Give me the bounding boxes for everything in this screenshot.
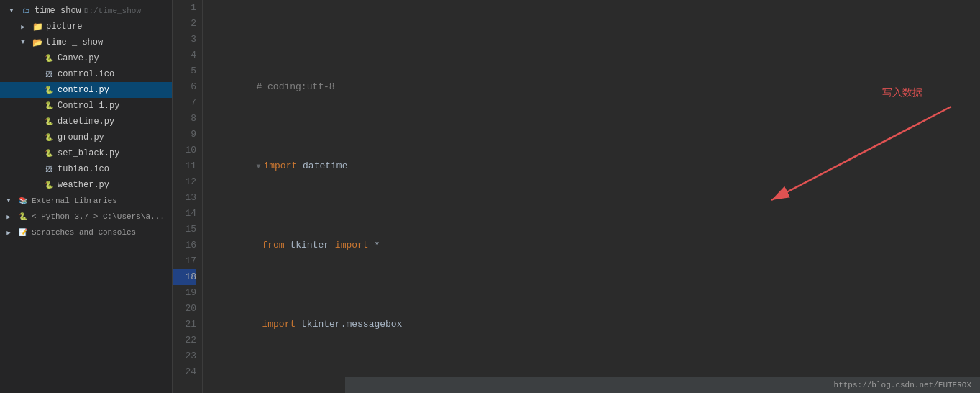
line1-comment: # coding:utf-8 [256,81,334,92]
control-py-icon: 🐍 [43,84,55,96]
code-area[interactable]: 1 2 3 4 5 6 7 8 9 10 11 12 13 14 15 16 1… [173,0,980,393]
code-line-1: # coding:utf-8 [211,63,980,79]
set-black-label: set_black.py [58,148,119,158]
sidebar: 🗂 time_show D:/time_show 📁 picture 📂 tim… [0,0,173,393]
control1-py-icon: 🐍 [43,100,55,112]
code-line-4: import tkinter.messagebox [211,301,980,317]
python37-label: < Python 3.7 > C:\Users\a... [32,212,165,221]
sidebar-item-time-show[interactable]: 📂 time _ show [0,35,172,50]
root-path: D:/time_show [84,6,141,15]
sidebar-root[interactable]: 🗂 time_show D:/time_show [0,3,172,19]
line-numbers: 1 2 3 4 5 6 7 8 9 10 11 12 13 14 15 16 1… [173,0,203,393]
spacer9 [29,179,40,191]
set-black-py-icon: 🐍 [43,148,55,159]
line2-kw: import [263,161,297,171]
canve-py-icon: 🐍 [43,53,55,64]
fold-icon-2: ▼ [256,163,260,171]
sidebar-item-control-ico[interactable]: 🖼 control.ico [0,66,172,82]
picture-folder-icon: 📁 [32,21,43,32]
spacer2 [29,68,40,80]
code-line-3: from tkinter import * [211,222,980,238]
tubiao-ico-icon: 🖼 [43,163,55,175]
root-arrow-icon [6,5,17,17]
sidebar-item-datetime[interactable]: 🐍 datetime.py [0,114,172,130]
ground-py-icon: 🐍 [43,132,55,143]
sidebar-item-set-black[interactable]: 🐍 set_black.py [0,145,172,161]
spacer7 [29,148,40,159]
scratches-arrow-icon [3,227,14,238]
spacer8 [29,163,40,175]
spacer4 [29,100,40,112]
scratches-icon: 📝 [17,227,29,238]
tubiao-label: tubiao.ico [58,164,109,174]
spacer3 [29,84,40,96]
sidebar-external-libraries[interactable]: 📚 External Libraries [0,193,172,209]
ground-label: ground.py [58,132,104,143]
datetime-py-icon: 🐍 [43,116,55,127]
sidebar-item-canve[interactable]: 🐍 Canve.py [0,50,172,66]
control-ico-label: control.ico [58,69,114,79]
code-content[interactable]: # coding:utf-8 ▼import datetime from tki… [203,0,980,393]
bottom-url: https://blog.csdn.net/FUTEROX [834,381,971,389]
time-show-folder-icon: 📂 [32,37,43,48]
spacer5 [29,116,40,127]
sidebar-item-ground[interactable]: 🐍 ground.py [0,130,172,145]
sidebar-item-tubiao[interactable]: 🖼 tubiao.ico [0,161,172,177]
code-line-2: ▼import datetime [211,143,980,158]
sidebar-item-control-py[interactable]: 🐍 control.py [0,82,172,98]
weather-py-icon: 🐍 [43,179,55,191]
project-icon: 🗂 [20,5,32,17]
python37-arrow-icon [3,211,14,222]
sidebar-python37[interactable]: 🐍 < Python 3.7 > C:\Users\a... [0,209,172,225]
bottom-bar: https://blog.csdn.net/FUTEROX [345,377,980,393]
control-ico-icon: 🖼 [43,68,55,80]
datetime-label: datetime.py [58,117,114,127]
sidebar-scratches[interactable]: 📝 Scratches and Consoles [0,225,172,240]
scratches-label: Scratches and Consoles [32,228,136,237]
sidebar-item-weather[interactable]: 🐍 weather.py [0,177,172,193]
spacer6 [29,132,40,143]
spacer [29,53,40,64]
root-label: time_show [35,6,81,16]
weather-label: weather.py [58,180,109,190]
picture-label: picture [46,22,82,32]
ext-lib-icon: 📚 [17,195,29,207]
sidebar-item-picture[interactable]: 📁 picture [0,19,172,35]
control1-label: Control_1.py [58,101,119,111]
control-py-label: control.py [58,85,109,95]
editor: 1 2 3 4 5 6 7 8 9 10 11 12 13 14 15 16 1… [173,0,980,393]
time-show-label: time _ show [46,37,103,48]
time-show-arrow-icon [17,37,29,48]
ext-lib-arrow-icon [3,195,14,207]
canve-label: Canve.py [58,53,99,63]
python37-icon: 🐍 [17,211,29,222]
sidebar-item-control1[interactable]: 🐍 Control_1.py [0,98,172,114]
ext-lib-label: External Libraries [32,196,117,205]
picture-arrow-icon [17,21,29,32]
